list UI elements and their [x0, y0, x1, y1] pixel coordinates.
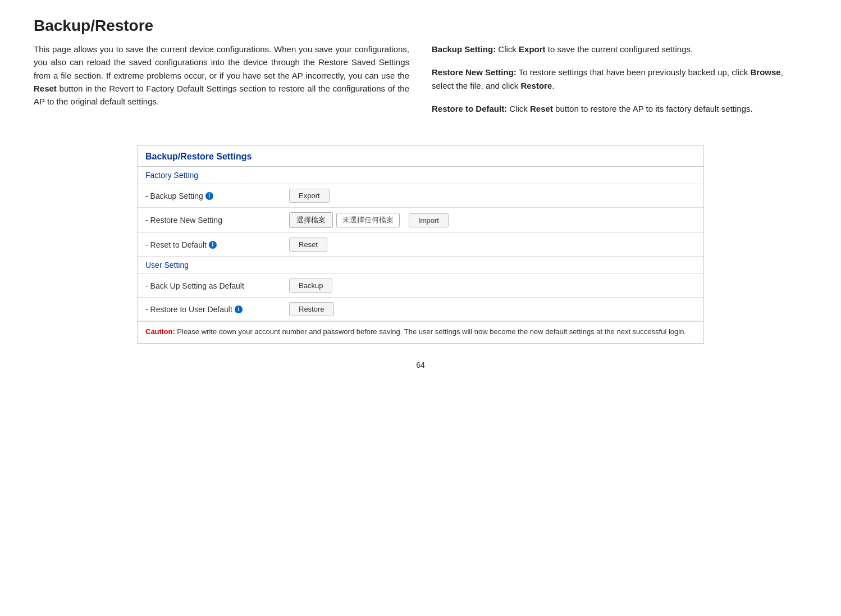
- backup-setting-row: - Backup Setting i Export: [138, 184, 703, 208]
- restore-default-desc: Restore to Default: Click Reset button t…: [432, 102, 807, 115]
- restore-user-default-row: - Restore to User Default i Restore: [138, 298, 703, 321]
- settings-panel-title: Backup/Restore Settings: [138, 146, 703, 167]
- backup-setting-info-icon[interactable]: i: [205, 192, 213, 200]
- factory-section-header: Factory Setting: [138, 167, 703, 184]
- restore-user-default-label: - Restore to User Default i: [145, 305, 280, 314]
- backup-setting-default-row: - Back Up Setting as Default Backup: [138, 274, 703, 298]
- left-description: This page allows you to save the current…: [34, 43, 409, 125]
- reset-to-default-info-icon[interactable]: i: [209, 241, 217, 249]
- caution-label: Caution:: [145, 327, 175, 336]
- description-section: This page allows you to save the current…: [34, 43, 807, 125]
- reset-to-default-label: - Reset to Default i: [145, 240, 280, 249]
- backup-button[interactable]: Backup: [289, 279, 332, 293]
- right-description: Backup Setting: Click Export to save the…: [432, 43, 807, 125]
- export-button[interactable]: Export: [289, 189, 330, 203]
- file-choose-button[interactable]: 選擇檔案: [289, 212, 333, 228]
- page-title: Backup/Restore: [34, 17, 807, 35]
- caution-row: Caution: Please write down your account …: [138, 321, 703, 343]
- restore-new-setting-row: - Restore New Setting 選擇檔案 未選擇任何檔案 Impor…: [138, 208, 703, 233]
- import-button[interactable]: Import: [409, 213, 449, 227]
- restore-user-default-info-icon[interactable]: i: [235, 305, 243, 313]
- file-no-file-label: 未選擇任何檔案: [336, 213, 400, 227]
- restore-new-setting-desc: Restore New Setting: To restore settings…: [432, 66, 807, 92]
- file-input-group: 選擇檔案 未選擇任何檔案: [289, 212, 400, 228]
- restore-button[interactable]: Restore: [289, 302, 334, 316]
- reset-to-default-row: - Reset to Default i Reset: [138, 233, 703, 257]
- backup-setting-desc: Backup Setting: Click Export to save the…: [432, 43, 807, 56]
- user-section-header: User Setting: [138, 257, 703, 274]
- page-number: 64: [34, 361, 807, 369]
- settings-panel: Backup/Restore Settings Factory Setting …: [137, 145, 704, 344]
- restore-new-setting-label: - Restore New Setting: [145, 216, 280, 225]
- left-paragraph: This page allows you to save the current…: [34, 43, 409, 108]
- backup-setting-label: - Backup Setting i: [145, 191, 280, 200]
- backup-setting-default-label: - Back Up Setting as Default: [145, 281, 280, 290]
- reset-button[interactable]: Reset: [289, 238, 327, 252]
- caution-text: Please write down your account number an…: [175, 327, 686, 336]
